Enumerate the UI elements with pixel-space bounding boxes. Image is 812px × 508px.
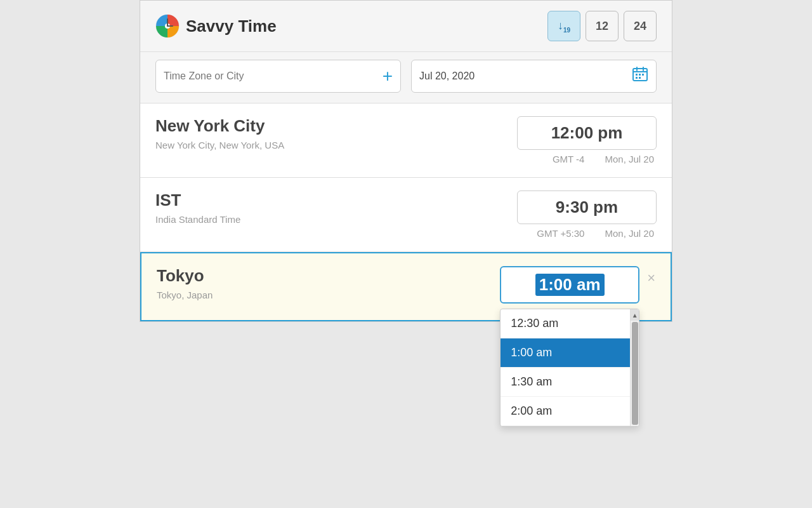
date-value: Jul 20, 2020 — [419, 70, 627, 82]
time-box-ist[interactable]: 9:30 pm — [517, 190, 657, 224]
date-input-wrap: Jul 20, 2020 — [411, 60, 657, 93]
timezone-input-wrap: + — [155, 60, 401, 93]
format-24-label: 24 — [634, 20, 646, 33]
format-12-label: 12 — [596, 20, 608, 33]
time-meta-nyc: GMT -4 Mon, Jul 20 — [553, 154, 657, 164]
dropdown-item-3[interactable]: 2:00 am — [501, 397, 630, 426]
time-selected-wrap: 1:00 am — [516, 274, 623, 296]
scroll-thumb[interactable] — [632, 322, 638, 425]
city-name-ist: IST — [155, 190, 517, 210]
calendar-icon — [632, 66, 648, 83]
app-container: Savvy Time ↓19 12 24 + Jul 20, 2020 — [140, 0, 672, 322]
city-row-ist: IST India Standard Time 9:30 pm GMT +5:3… — [140, 178, 672, 252]
city-name-tokyo: Tokyo — [157, 266, 500, 286]
time-dropdown-list: ▲ 12:30 am 1:00 am 1:30 am 2:00 am — [500, 309, 639, 427]
svg-rect-10 — [642, 74, 644, 76]
brand-icon — [155, 14, 180, 38]
header-controls: ↓19 12 24 — [547, 11, 657, 41]
time-value-ist: 9:30 pm — [556, 197, 618, 217]
svg-rect-8 — [636, 74, 638, 76]
time-box-tokyo[interactable]: 1:00 am — [500, 266, 639, 304]
scroll-up-arrow[interactable]: ▲ — [631, 309, 639, 321]
city-sub-nyc: New York City, New York, USA — [155, 140, 517, 150]
time-selected-value: 1:00 am — [535, 274, 605, 296]
city-time-area-nyc: 12:00 pm GMT -4 Mon, Jul 20 — [517, 116, 657, 164]
add-timezone-button[interactable]: + — [383, 66, 393, 86]
gmt-nyc: GMT -4 — [553, 154, 585, 164]
dropdown-item-1[interactable]: 1:00 am — [501, 338, 630, 368]
city-info-nyc: New York City New York City, New York, U… — [155, 116, 517, 150]
city-row-nyc: New York City New York City, New York, U… — [140, 104, 672, 178]
close-tokyo-button[interactable]: × — [647, 271, 655, 285]
format-24-button[interactable]: 24 — [624, 11, 657, 41]
city-time-area-tokyo: 1:00 am ▲ 12:30 am 1:00 am 1:30 am 2:00 … — [500, 266, 639, 307]
time-meta-ist: GMT +5:30 Mon, Jul 20 — [537, 228, 657, 239]
city-time-area-ist: 9:30 pm GMT +5:30 Mon, Jul 20 — [517, 190, 657, 239]
city-name-nyc: New York City — [155, 116, 517, 136]
time-dropdown-wrap-tokyo: 1:00 am ▲ 12:30 am 1:00 am 1:30 am 2:00 … — [500, 266, 639, 307]
city-sub-ist: India Standard Time — [155, 214, 517, 225]
time-value-nyc: 12:00 pm — [551, 123, 623, 142]
city-info-ist: IST India Standard Time — [155, 190, 517, 225]
city-sub-tokyo: Tokyo, Japan — [157, 290, 500, 300]
header-row: Savvy Time ↓19 12 24 — [140, 1, 672, 52]
format-12-button[interactable]: 12 — [586, 11, 619, 41]
svg-rect-11 — [636, 77, 638, 79]
dropdown-item-2[interactable]: 1:30 am — [501, 368, 630, 397]
calendar-button[interactable] — [632, 66, 648, 86]
sort-button[interactable]: ↓19 — [547, 11, 580, 41]
city-info-tokyo: Tokyo Tokyo, Japan — [157, 266, 500, 300]
brand: Savvy Time — [155, 14, 277, 38]
date-nyc: Mon, Jul 20 — [605, 154, 654, 164]
search-row: + Jul 20, 2020 — [140, 52, 672, 104]
gmt-ist: GMT +5:30 — [537, 228, 584, 239]
date-ist: Mon, Jul 20 — [605, 228, 654, 239]
dropdown-item-0[interactable]: 12:30 am — [501, 309, 630, 338]
timezone-search-input[interactable] — [164, 70, 377, 82]
svg-rect-12 — [639, 77, 641, 79]
city-row-tokyo: Tokyo Tokyo, Japan 1:00 am ▲ — [140, 252, 672, 321]
sort-icon: ↓19 — [558, 19, 570, 34]
brand-name: Savvy Time — [186, 17, 277, 36]
dropdown-inner: 12:30 am 1:00 am 1:30 am 2:00 am — [501, 309, 630, 426]
svg-rect-9 — [639, 74, 641, 76]
dropdown-scrollbar: ▲ — [630, 309, 639, 426]
time-box-nyc[interactable]: 12:00 pm — [517, 116, 657, 150]
